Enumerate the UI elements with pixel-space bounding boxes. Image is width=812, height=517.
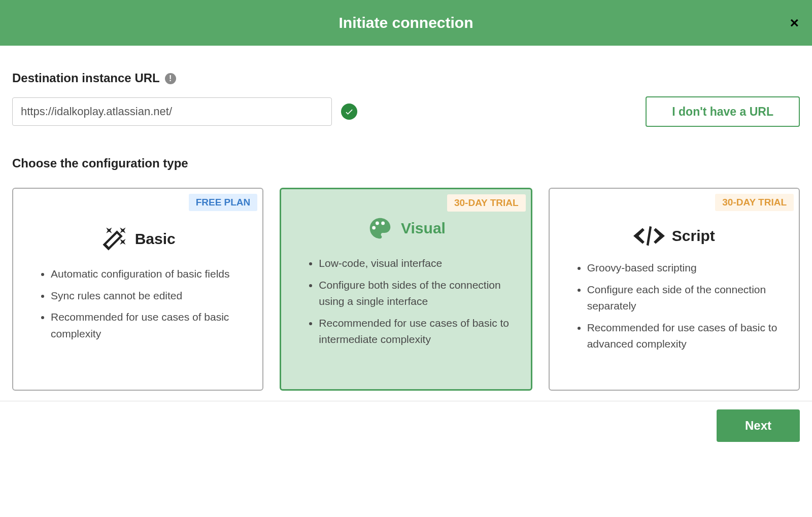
config-cards-container: FREE PLAN Basic Automatic configuration … — [12, 188, 800, 391]
modal-header: Initiate connection × — [0, 0, 812, 46]
destination-url-input[interactable] — [12, 97, 332, 126]
card-point: Recommended for use cases of basic to in… — [319, 315, 512, 348]
card-point: Configure both sides of the connection u… — [319, 277, 512, 310]
palette-icon — [366, 215, 394, 242]
card-point: Low-code, visual interface — [319, 255, 512, 272]
config-type-title: Choose the configuration type — [12, 156, 800, 170]
badge-free-plan: FREE PLAN — [189, 194, 258, 211]
card-point: Recommended for use cases of basic to ad… — [587, 320, 781, 353]
wand-icon — [100, 225, 128, 253]
destination-url-label: Destination instance URL ! — [12, 71, 176, 85]
close-button[interactable]: × — [790, 15, 799, 30]
card-points-basic: Automatic configuration of basic fields … — [21, 266, 254, 342]
modal-body: Destination instance URL ! I don't have … — [0, 46, 812, 401]
info-icon[interactable]: ! — [165, 73, 176, 84]
next-button[interactable]: Next — [717, 409, 800, 442]
card-point: Recommended for use cases of basic compl… — [51, 309, 244, 342]
badge-trial: 30-DAY TRIAL — [447, 194, 526, 212]
card-header-script: Script — [558, 225, 791, 247]
svg-point-1 — [376, 222, 379, 225]
next-button-label: Next — [745, 419, 771, 432]
card-point: Sync rules cannot be edited — [51, 288, 244, 304]
modal-footer: Next — [0, 401, 812, 462]
close-icon: × — [790, 14, 799, 31]
no-url-label: I don't have a URL — [672, 105, 773, 118]
card-points-visual: Low-code, visual interface Configure bot… — [289, 255, 522, 348]
card-points-script: Groovy-based scripting Configure each si… — [558, 260, 791, 353]
svg-point-0 — [372, 226, 376, 230]
config-card-basic[interactable]: FREE PLAN Basic Automatic configuration … — [12, 188, 263, 391]
modal-title: Initiate connection — [339, 14, 473, 31]
card-point: Configure each side of the connection se… — [587, 282, 781, 315]
config-card-script[interactable]: 30-DAY TRIAL Script Groovy-based scripti… — [549, 188, 800, 391]
no-url-button[interactable]: I don't have a URL — [646, 96, 800, 127]
svg-point-2 — [381, 222, 385, 225]
card-point: Groovy-based scripting — [587, 260, 781, 277]
card-header-basic: Basic — [21, 225, 254, 253]
card-header-visual: Visual — [289, 215, 522, 242]
card-title-script: Script — [672, 227, 715, 245]
badge-trial: 30-DAY TRIAL — [715, 194, 794, 211]
card-title-basic: Basic — [135, 230, 176, 248]
card-title-visual: Visual — [401, 220, 446, 237]
card-point: Automatic configuration of basic fields — [51, 266, 244, 283]
code-icon — [633, 225, 665, 247]
checkmark-icon — [341, 104, 357, 120]
url-row: I don't have a URL — [12, 96, 800, 127]
config-card-visual[interactable]: 30-DAY TRIAL Visual Low-code, visual int… — [280, 188, 532, 391]
destination-url-label-text: Destination instance URL — [12, 71, 160, 85]
